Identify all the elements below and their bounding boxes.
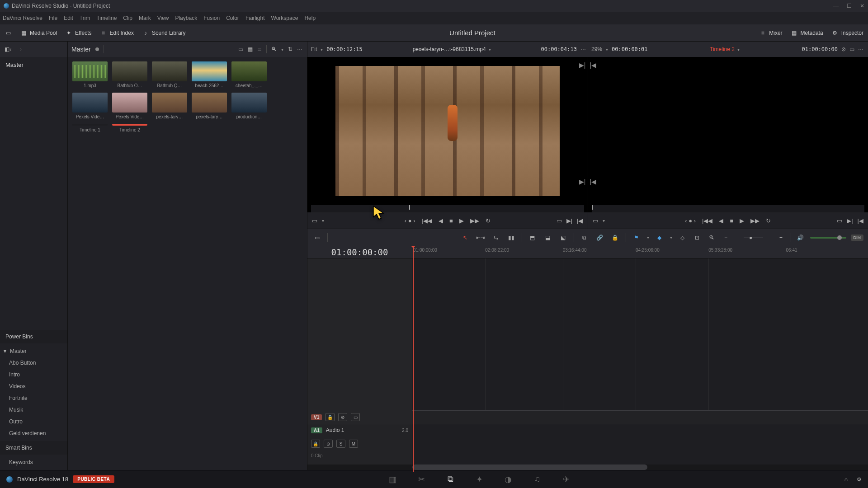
powerbin-videos[interactable]: Videos [0,380,67,392]
clip-thumbnail[interactable] [112,124,147,126]
volume-icon[interactable]: 🔊 [796,233,806,243]
program-first-frame-icon[interactable]: |◀◀ [702,217,712,224]
program-timeline-name[interactable]: Timeline 2 [710,46,735,52]
page-fusion-icon[interactable]: ✦ [474,474,485,485]
bin-breadcrumb[interactable]: Master [71,46,91,53]
source-clip-name[interactable]: pexels-taryn-…t-9683115.mp4 [413,46,486,52]
page-edit-icon[interactable]: ⧉ [445,474,456,485]
program-canvas[interactable]: |◀ |◀ [588,57,868,205]
source-name-dropdown-icon[interactable]: ▾ [489,47,491,52]
effects-toggle[interactable]: ✦Effects [65,29,91,37]
page-cut-icon[interactable]: ✂ [416,474,427,485]
media-clip[interactable]: Pexels Vide… [112,93,147,119]
close-button[interactable]: ✕ [860,3,864,9]
track-a1-name[interactable]: Audio 1 [326,427,344,433]
program-jog-icon[interactable]: ‹ ● › [685,217,696,224]
program-mode-dropdown-icon[interactable]: ▾ [603,218,605,223]
track-a1-lock-icon[interactable]: 🔒 [311,440,320,448]
page-media-icon[interactable]: ▥ [387,474,398,485]
source-next-edit-icon[interactable]: ▶| [579,61,586,69]
maximize-button[interactable]: ☐ [847,3,852,9]
timeline-ruler[interactable]: 01:00:00:00 02:08:22:00 03:16:44:00 04:2… [412,246,868,258]
search-dropdown-icon[interactable]: ▾ [281,47,283,52]
home-icon[interactable]: ⌂ [844,476,848,483]
source-scrubber[interactable] [311,205,584,212]
nav-fwd-icon[interactable]: › [20,46,22,53]
program-zoom[interactable]: 29% [591,46,602,52]
replace-clip-icon[interactable]: ⬕ [558,233,568,243]
source-jog-icon[interactable]: ‹ ● › [405,217,415,224]
clip-thumbnail[interactable] [192,93,227,113]
program-first-edit-icon[interactable]: |◀ [590,178,597,185]
source-in-icon[interactable]: ▶| [566,217,572,224]
search-icon[interactable]: 🔍︎ [271,46,277,52]
media-clip[interactable]: beach-2562… [192,61,227,88]
menu-color[interactable]: Color [226,15,239,21]
link-icon[interactable]: 🔗 [595,233,605,243]
settings-icon[interactable]: ⚙ [857,476,862,483]
metadata-toggle[interactable]: ▤Metadata [791,29,823,37]
media-clip[interactable]: Timeline 2 [112,124,147,132]
source-mode-dropdown-icon[interactable]: ▾ [322,218,324,223]
clip-thumbnail[interactable] [72,124,108,126]
source-matchframe-icon[interactable]: ▭ [557,217,562,224]
powerbin-geldverdienen[interactable]: Geld verdienen [0,427,67,439]
timeline-view-icon[interactable]: ▭ [312,233,322,243]
smartbin-keywords[interactable]: Keywords [0,456,67,468]
track-a1-mute-button[interactable]: M [349,440,358,448]
volume-slider[interactable] [810,237,846,239]
media-clip[interactable]: Pexels Vide… [72,93,108,119]
menu-fairlight[interactable]: Fairlight [245,15,265,21]
media-clip[interactable]: 1.mp3 [72,61,108,88]
track-a1-lane[interactable] [412,424,868,465]
source-canvas[interactable]: ▶| ▶| [307,57,588,205]
powerbin-intro[interactable]: Intro [0,369,67,380]
mixer-toggle[interactable]: ≡Mixer [759,29,782,37]
program-in-icon[interactable]: ▶| [847,217,853,224]
source-next-frame-icon[interactable]: ▶▶ [470,217,479,224]
program-matchframe-icon[interactable]: ▭ [837,217,842,224]
marker-icon[interactable]: ◆ [655,233,665,243]
track-v1-lock-icon[interactable]: 🔒 [326,413,335,421]
snap-icon[interactable]: ⧉ [580,233,590,243]
flag-icon[interactable]: ⚑ [632,233,642,243]
menu-clip[interactable]: Clip [123,15,132,21]
media-clip[interactable]: pexels-tary… [152,93,187,119]
program-more-icon[interactable]: ⋯ [858,46,864,52]
program-out-icon[interactable]: |◀ [858,217,863,224]
menu-fusion[interactable]: Fusion [203,15,220,21]
powerbin-fortnite[interactable]: Fortnite [0,392,67,404]
expand-viewer-icon[interactable]: ▭ [849,46,854,52]
program-prev-edit-icon[interactable]: |◀ [590,61,597,69]
media-clip[interactable]: Timeline 1 [72,124,108,132]
menu-mark[interactable]: Mark [139,15,151,21]
dim-button[interactable]: DIM [851,235,864,241]
flag-dropdown-icon[interactable]: ▾ [647,235,649,240]
sidebar-collapse-icon[interactable]: ◧ [5,46,9,52]
track-a1-header[interactable]: A1 Audio 1 2.0 🔒 ⊙ S M 0 Clip [307,424,412,465]
clip-thumbnail[interactable] [112,61,147,81]
source-play-icon[interactable]: ▶ [459,217,464,224]
zoom-full-icon[interactable]: ⊡ [692,233,702,243]
menu-help[interactable]: Help [304,15,316,21]
zoom-detail-icon[interactable]: 🔍︎ [707,233,717,243]
menu-file[interactable]: File [49,15,57,21]
page-color-icon[interactable]: ◑ [503,474,514,485]
page-deliver-icon[interactable]: ✈ [561,474,571,485]
menu-trim[interactable]: Trim [80,15,90,21]
clip-thumbnail[interactable] [231,61,267,81]
media-clip[interactable]: cheetah_-_… [231,61,267,88]
track-a1-badge[interactable]: A1 [311,427,322,433]
menu-davinciresolve[interactable]: DaVinci Resolve [3,15,42,21]
clip-thumbnail[interactable] [192,61,227,81]
clip-thumbnail[interactable] [231,93,267,113]
powerbin-musik[interactable]: Musik [0,404,67,416]
source-stop-icon[interactable]: ■ [449,217,453,224]
clip-thumbnail[interactable] [72,93,108,113]
clip-thumbnail[interactable] [152,61,187,81]
track-v1-lane[interactable] [412,410,868,424]
track-v1-badge[interactable]: V1 [311,414,322,420]
program-mode-icon[interactable]: ▭ [593,217,598,224]
timeline-scrollbar-thumb[interactable] [412,465,647,470]
insert-clip-icon[interactable]: ⬒ [528,233,538,243]
